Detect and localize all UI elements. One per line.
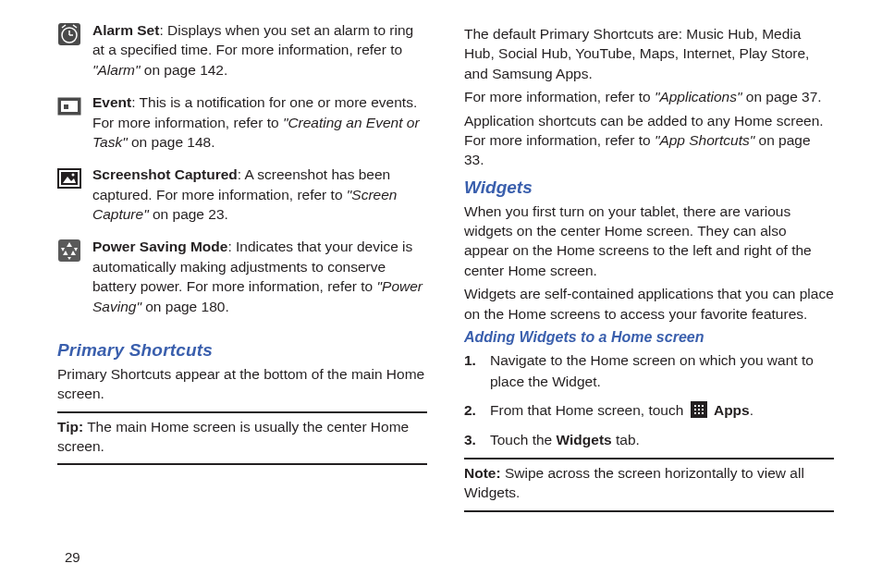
primary-shortcuts-body: Primary Shortcuts appear at the bottom o… [57, 364, 427, 404]
icon-desc: Power Saving Mode: Indicates that your d… [92, 237, 427, 316]
icon-item-power-saving: Power Saving Mode: Indicates that your d… [57, 237, 427, 316]
calendar-event-icon [57, 94, 81, 118]
heading-adding-widgets: Adding Widgets to a Home screen [464, 329, 834, 346]
step-2: 2. From that Home screen, touch Apps. [464, 399, 834, 421]
icon-item-event: Event: This is a notification for one or… [57, 92, 427, 152]
svg-rect-7 [61, 101, 78, 112]
tip-text: Tip: The main Home screen is usually the… [57, 417, 427, 457]
right-column: The default Primary Shortcuts are: Music… [464, 20, 834, 516]
left-column: Alarm Set: Displays when you set an alar… [57, 20, 427, 516]
tip-rule-bottom [57, 463, 427, 465]
icon-desc: Alarm Set: Displays when you set an alar… [92, 20, 427, 80]
heading-widgets: Widgets [464, 178, 834, 198]
page-number: 29 [65, 549, 80, 565]
para-applications-ref: For more information, refer to "Applicat… [464, 87, 834, 106]
step-1: 1. Navigate to the Home screen on which … [464, 349, 834, 393]
recycle-icon [57, 239, 81, 263]
notification-icon-list: Alarm Set: Displays when you set an alar… [57, 20, 427, 316]
widgets-body-1: When you first turn on your tablet, ther… [464, 202, 834, 281]
icon-desc: Event: This is a notification for one or… [92, 92, 427, 152]
step-3: 3. Touch the Widgets tab. [464, 429, 834, 450]
para-app-shortcuts-ref: Application shortcuts can be added to an… [464, 111, 834, 170]
icon-desc: Screenshot Captured: A screenshot has be… [92, 165, 427, 224]
para-default-shortcuts: The default Primary Shortcuts are: Music… [464, 24, 834, 83]
note-rule-top [464, 458, 834, 459]
svg-point-12 [72, 174, 75, 177]
screenshot-icon [57, 166, 81, 190]
note-text: Note: Swipe across the screen horizontal… [464, 463, 834, 503]
tip-rule-top [57, 411, 427, 413]
note-rule-bottom [464, 510, 834, 512]
icon-item-alarm: Alarm Set: Displays when you set an alar… [57, 20, 427, 80]
heading-primary-shortcuts: Primary Shortcuts [57, 340, 427, 361]
adding-widgets-steps: 1. Navigate to the Home screen on which … [464, 349, 834, 450]
svg-rect-8 [64, 104, 68, 109]
icon-item-screenshot: Screenshot Captured: A screenshot has be… [57, 165, 427, 224]
alarm-clock-icon [57, 22, 81, 46]
widgets-body-2: Widgets are self-contained applications … [464, 284, 834, 324]
apps-icon [691, 401, 707, 418]
